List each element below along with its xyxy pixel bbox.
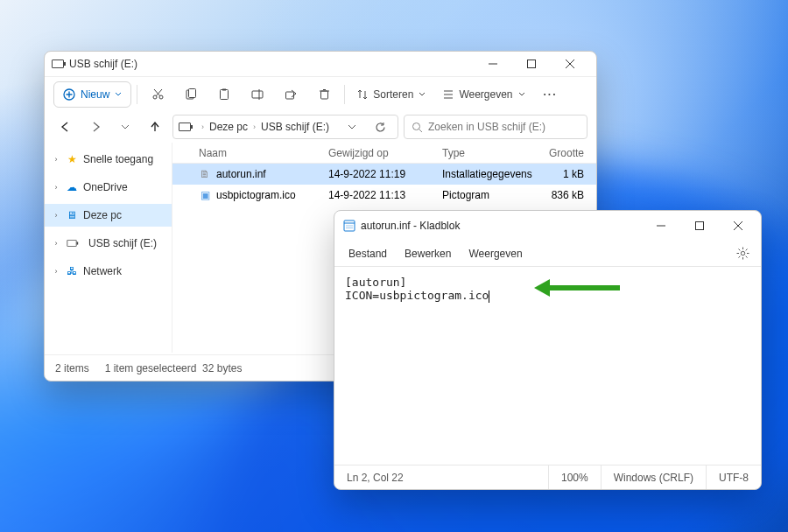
search-placeholder: Zoeken in USB schijf (E:) <box>428 121 545 133</box>
svg-line-42 <box>738 256 740 258</box>
address-bar[interactable]: › Deze pc › USB schijf (E:) <box>172 115 398 139</box>
column-date[interactable]: Gewijzigd op <box>328 147 442 159</box>
breadcrumb-current[interactable]: USB schijf (E:) <box>261 121 329 133</box>
explorer-toolbar: Nieuw Sorteren Weergeven ··· <box>45 76 596 111</box>
file-row[interactable]: ▣usbpictogram.ico 14-9-2022 11:13 Pictog… <box>172 185 596 206</box>
chevron-right-icon: › <box>52 239 60 248</box>
usb-drive-icon <box>67 240 76 247</box>
rename-button[interactable] <box>243 81 272 108</box>
notepad-menu: Bestand Bewerken Weergeven <box>334 241 761 267</box>
sort-label: Sorteren <box>373 88 413 101</box>
cut-button[interactable] <box>143 81 172 108</box>
up-button[interactable] <box>143 115 167 139</box>
scissors-icon <box>151 88 165 101</box>
sidebar-item-label: Netwerk <box>83 265 122 277</box>
svg-line-39 <box>738 249 740 251</box>
status-bytes: 32 bytes <box>202 362 242 374</box>
file-size: 1 kB <box>547 168 596 180</box>
status-position: Ln 2, Col 22 <box>334 466 548 489</box>
chevron-down-icon <box>419 91 426 98</box>
minimize-button[interactable] <box>474 52 512 76</box>
file-row[interactable]: 🗎autorun.inf 14-9-2022 11:19 Installatie… <box>172 164 596 185</box>
usb-drive-icon <box>179 122 191 131</box>
settings-button[interactable] <box>729 247 756 260</box>
svg-rect-12 <box>189 88 196 97</box>
svg-rect-1 <box>528 60 536 68</box>
search-box[interactable]: Zoeken in USB schijf (E:) <box>404 115 587 139</box>
status-eol: Windows (CRLF) <box>601 466 706 489</box>
chevron-down-icon <box>121 122 130 131</box>
notepad-window: autorun.inf - Kladblok Bestand Bewerken … <box>334 210 762 490</box>
sidebar-item-onedrive[interactable]: ›☁OneDrive <box>45 176 172 199</box>
delete-button[interactable] <box>309 81 339 108</box>
view-button[interactable]: Weergeven <box>436 81 531 108</box>
svg-point-24 <box>413 122 420 130</box>
svg-rect-31 <box>696 222 704 230</box>
chevron-right-icon: › <box>52 183 60 192</box>
refresh-button[interactable] <box>368 115 392 139</box>
more-button[interactable]: ··· <box>536 81 566 108</box>
sidebar-item-usb-drive[interactable]: ›USB schijf (E:) <box>45 232 172 255</box>
status-selection: 1 item geselecteerd <box>105 362 197 374</box>
share-icon <box>285 88 297 101</box>
new-button-label: Nieuw <box>81 88 109 101</box>
trash-icon <box>319 88 330 101</box>
file-name: autorun.inf <box>216 168 266 180</box>
column-type[interactable]: Type <box>442 147 547 159</box>
text-cursor <box>489 290 489 303</box>
chevron-right-icon: › <box>253 122 256 131</box>
svg-rect-13 <box>221 89 229 99</box>
sidebar-item-label: Snelle toegang <box>83 153 153 165</box>
file-date: 14-9-2022 11:19 <box>328 168 442 180</box>
minimize-button[interactable] <box>642 211 680 241</box>
arrow-up-icon <box>149 121 161 133</box>
sidebar-item-network[interactable]: ›🖧Netwerk <box>45 260 172 283</box>
status-encoding: UTF-8 <box>706 466 761 489</box>
notepad-icon <box>343 220 355 232</box>
column-name[interactable]: Naam <box>199 147 328 159</box>
file-type: Installatiegegevens <box>442 168 547 180</box>
chevron-right-icon: › <box>201 122 204 131</box>
sidebar-item-this-pc[interactable]: ›🖥Deze pc <box>45 204 172 227</box>
copy-button[interactable] <box>176 81 206 108</box>
breadcrumb-root[interactable]: Deze pc <box>209 121 248 133</box>
back-button[interactable] <box>53 115 78 139</box>
usb-drive-icon <box>52 60 64 68</box>
notepad-titlebar[interactable]: autorun.inf - Kladblok <box>334 211 761 241</box>
forward-button[interactable] <box>83 115 108 139</box>
chevron-down-icon <box>518 91 525 98</box>
new-button[interactable]: Nieuw <box>53 81 131 108</box>
maximize-button[interactable] <box>512 52 551 76</box>
menu-edit[interactable]: Bewerken <box>396 244 460 263</box>
column-headers: Naam Gewijzigd op Type Grootte <box>172 143 596 164</box>
chevron-right-icon: › <box>52 155 60 164</box>
sidebar-item-quick-access[interactable]: ›★Snelle toegang <box>45 148 172 171</box>
share-button[interactable] <box>276 81 306 108</box>
notepad-editor[interactable]: [autorun] ICON=usbpictogram.ico <box>334 267 761 463</box>
sort-button[interactable]: Sorteren <box>350 81 433 108</box>
star-icon: ★ <box>66 153 78 165</box>
address-dropdown[interactable] <box>340 115 364 139</box>
close-button[interactable] <box>719 211 757 241</box>
paste-button[interactable] <box>209 81 239 108</box>
maximize-button[interactable] <box>680 211 719 241</box>
recent-button[interactable] <box>113 115 137 139</box>
list-icon <box>443 89 454 100</box>
svg-line-41 <box>745 249 747 251</box>
window-title: autorun.inf - Kladblok <box>361 220 460 232</box>
chevron-right-icon: › <box>52 211 60 220</box>
annotation-arrow <box>534 279 620 297</box>
menu-file[interactable]: Bestand <box>340 244 396 263</box>
status-zoom: 100% <box>548 466 601 489</box>
refresh-icon <box>375 122 386 133</box>
sidebar-item-label: Deze pc <box>83 209 122 221</box>
window-title: USB schijf (E:) <box>69 58 137 70</box>
editor-content: [autorun] ICON=usbpictogram.ico <box>345 276 489 302</box>
close-button[interactable] <box>551 52 589 76</box>
svg-rect-14 <box>222 88 226 90</box>
svg-point-34 <box>741 251 744 255</box>
chevron-right-icon: › <box>52 267 60 276</box>
explorer-titlebar[interactable]: USB schijf (E:) <box>45 52 596 76</box>
menu-view[interactable]: Weergeven <box>460 244 531 263</box>
column-size[interactable]: Grootte <box>547 147 596 159</box>
